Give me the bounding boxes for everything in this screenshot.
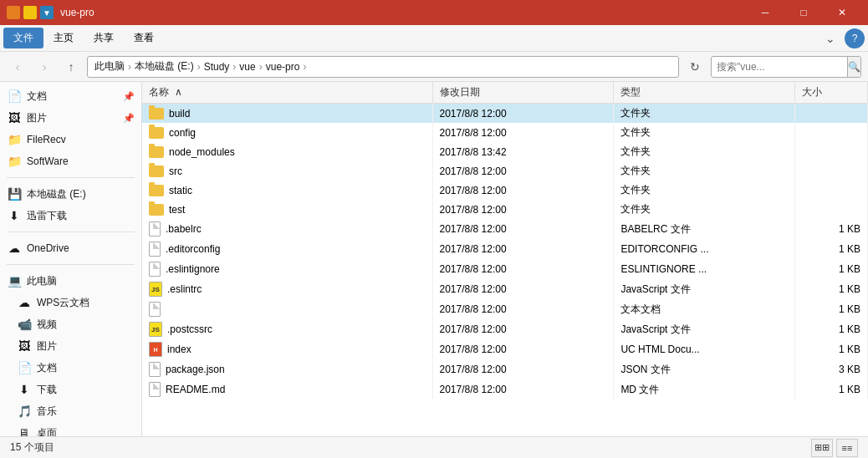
- cell-size: 1 KB: [795, 339, 868, 359]
- sidebar-item-software[interactable]: 📁 SoftWare: [0, 150, 141, 172]
- cell-date: 2017/8/8 12:00: [432, 181, 614, 200]
- cell-name: package.json: [142, 359, 432, 379]
- list-view-button[interactable]: ⊞⊞: [811, 439, 833, 457]
- table-row[interactable]: JS .eslintrc 2017/8/8 12:00 JavaScript 文…: [142, 279, 868, 299]
- maximize-button[interactable]: □: [784, 0, 823, 25]
- table-row[interactable]: static 2017/8/8 12:00 文件夹: [142, 181, 868, 200]
- table-row[interactable]: config 2017/8/8 12:00 文件夹: [142, 123, 868, 142]
- sidebar-this-pc-label: 此电脑: [27, 274, 135, 288]
- cell-type: JSON 文件: [614, 359, 795, 379]
- cell-date: 2017/8/8 12:00: [432, 104, 614, 124]
- sidebar-item-onedrive[interactable]: ☁ OneDrive: [0, 237, 141, 259]
- sidebar-item-this-pc[interactable]: 💻 此电脑: [0, 270, 141, 292]
- col-type[interactable]: 类型: [614, 82, 795, 104]
- cell-size: 1 KB: [795, 319, 868, 339]
- file-name: static: [169, 185, 192, 196]
- table-row[interactable]: node_modules 2017/8/8 13:42 文件夹: [142, 142, 868, 161]
- cell-type: 文件夹: [614, 142, 795, 161]
- tb-icon-2: [23, 6, 37, 19]
- cell-date: 2017/8/8 12:00: [432, 339, 614, 359]
- pictures2-icon: 🖼: [17, 338, 32, 354]
- breadcrumb-current[interactable]: vue-pro: [266, 61, 300, 73]
- table-row[interactable]: 2017/8/8 12:00 文本文档 1 KB: [142, 299, 868, 319]
- table-row[interactable]: src 2017/8/8 12:00 文件夹: [142, 161, 868, 181]
- table-row[interactable]: README.md 2017/8/8 12:00 MD 文件 1 KB: [142, 379, 868, 399]
- table-header-row: 名称 ∧ 修改日期 类型 大小: [142, 82, 868, 104]
- table-row[interactable]: package.json 2017/8/8 12:00 JSON 文件 3 KB: [142, 359, 868, 379]
- videos-icon: 📹: [17, 317, 32, 332]
- table-row[interactable]: build 2017/8/8 12:00 文件夹: [142, 104, 868, 124]
- file-name: .eslintrc: [167, 283, 202, 295]
- sidebar-item-pictures[interactable]: 🖼 图片 📌: [0, 107, 141, 129]
- search-box[interactable]: 🔍: [711, 56, 861, 78]
- table-row[interactable]: JS .postcssrc 2017/8/8 12:00 JavaScript …: [142, 319, 868, 339]
- cell-name: static: [142, 181, 432, 200]
- cell-date: 2017/8/8 12:00: [432, 239, 614, 259]
- sidebar-onedrive: ☁ OneDrive: [0, 234, 141, 262]
- sidebar-item-thunder[interactable]: ⬇ 迅雷下载: [0, 205, 141, 226]
- cell-type: 文件夹: [614, 200, 795, 219]
- status-bar: 15 个项目 ⊞⊞ ≡≡: [0, 436, 868, 458]
- help-button[interactable]: ?: [845, 28, 865, 48]
- file-list: 名称 ∧ 修改日期 类型 大小: [142, 82, 868, 436]
- cell-name: .babelrc: [142, 219, 432, 239]
- file-name: package.json: [166, 364, 225, 375]
- breadcrumb-drive[interactable]: 本地磁盘 (E:): [135, 59, 194, 74]
- menu-right: ⌄ ?: [819, 28, 865, 49]
- menu-file[interactable]: 文件: [3, 28, 43, 48]
- cell-date: 2017/8/8 12:00: [432, 379, 614, 399]
- table-row[interactable]: .eslintignore 2017/8/8 12:00 ESLINTIGNOR…: [142, 259, 868, 279]
- forward-button[interactable]: ›: [33, 56, 55, 78]
- sidebar-item-documents[interactable]: 📄 文档 📌: [0, 85, 141, 107]
- sidebar-item-docs[interactable]: 📄 文档: [0, 357, 141, 379]
- sidebar-thunder-label: 迅雷下载: [27, 209, 135, 223]
- sidebar-item-music[interactable]: 🎵 音乐: [0, 400, 141, 422]
- back-button[interactable]: ‹: [7, 56, 28, 78]
- up-button[interactable]: ↑: [60, 56, 82, 78]
- table-row[interactable]: .editorconfig 2017/8/8 12:00 EDITORCONFI…: [142, 239, 868, 259]
- file-table: 名称 ∧ 修改日期 类型 大小: [142, 82, 868, 399]
- table-row[interactable]: H index 2017/8/8 12:00 UC HTML Docu... 1…: [142, 339, 868, 359]
- file-name: .babelrc: [166, 223, 202, 235]
- sidebar-pictures2-label: 图片: [37, 339, 135, 354]
- cell-size: [795, 104, 868, 124]
- menu-options[interactable]: ⌄: [819, 28, 841, 49]
- breadcrumb-study[interactable]: Study: [204, 61, 230, 73]
- view-controls: ⊞⊞ ≡≡: [811, 439, 858, 457]
- file-name: .eslintignore: [166, 263, 220, 275]
- file-count: 15 个项目: [10, 440, 54, 455]
- refresh-button[interactable]: ↻: [684, 56, 706, 78]
- music-icon: 🎵: [17, 404, 32, 419]
- close-button[interactable]: ✕: [823, 0, 861, 25]
- menu-view[interactable]: 查看: [124, 28, 164, 48]
- menu-bar: 文件 主页 共享 查看 ⌄ ?: [0, 25, 868, 52]
- sidebar-item-wps[interactable]: ☁ WPS云文档: [0, 292, 141, 313]
- grid-view-button[interactable]: ≡≡: [836, 439, 858, 457]
- breadcrumb-vue[interactable]: vue: [239, 61, 255, 73]
- table-row[interactable]: test 2017/8/8 12:00 文件夹: [142, 200, 868, 219]
- search-button[interactable]: 🔍: [847, 57, 860, 77]
- sidebar-item-desktop[interactable]: 🖥 桌面: [0, 422, 141, 436]
- menu-share[interactable]: 共享: [84, 28, 124, 48]
- sidebar-item-downloads[interactable]: ⬇ 下载: [0, 379, 141, 400]
- sidebar-item-filerecv[interactable]: 📁 FileRecv: [0, 129, 141, 150]
- col-size[interactable]: 大小: [795, 82, 868, 104]
- title-bar-controls: ─ □ ✕: [746, 0, 861, 25]
- sidebar-item-pictures2[interactable]: 🖼 图片: [0, 335, 141, 357]
- search-input[interactable]: [712, 61, 847, 73]
- breadcrumb-pc[interactable]: 此电脑: [94, 59, 125, 74]
- sidebar-videos-label: 视频: [37, 318, 135, 332]
- drive-e-icon: 💾: [7, 186, 22, 201]
- sidebar-item-drive-e[interactable]: 💾 本地磁盘 (E:): [0, 183, 141, 205]
- sidebar-divider-1: [7, 177, 135, 178]
- software-icon: 📁: [7, 154, 22, 169]
- col-date[interactable]: 修改日期: [432, 82, 614, 104]
- address-input[interactable]: 此电脑 › 本地磁盘 (E:) › Study › vue › vue-pro …: [87, 56, 679, 78]
- col-name[interactable]: 名称 ∧: [142, 82, 432, 104]
- file-name: config: [169, 127, 196, 139]
- cell-type: MD 文件: [614, 379, 795, 399]
- table-row[interactable]: .babelrc 2017/8/8 12:00 BABELRC 文件 1 KB: [142, 219, 868, 239]
- minimize-button[interactable]: ─: [746, 0, 784, 25]
- menu-home[interactable]: 主页: [43, 28, 84, 48]
- sidebar-item-videos[interactable]: 📹 视频: [0, 313, 141, 335]
